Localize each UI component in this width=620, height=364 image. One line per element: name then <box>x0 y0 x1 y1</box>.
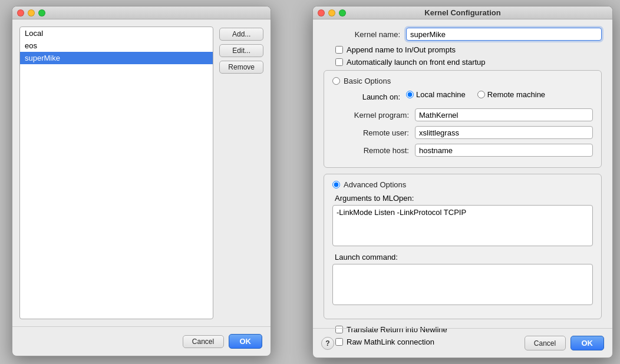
help-button[interactable]: ? <box>321 337 334 350</box>
local-machine-radio[interactable] <box>406 91 414 98</box>
args-textarea[interactable]: -LinkMode Listen -LinkProtocol TCPIP <box>332 205 593 246</box>
basic-options-header: Basic Options <box>332 77 593 85</box>
kernel-name-input[interactable] <box>406 28 602 41</box>
list-button-group: Add... Edit... Remove <box>219 27 263 319</box>
close-icon[interactable] <box>17 9 24 16</box>
add-button[interactable]: Add... <box>219 28 263 41</box>
local-machine-label: Local machine <box>416 90 466 99</box>
advanced-options-section: Advanced Options Arguments to MLOpen: -L… <box>324 174 602 319</box>
remote-host-label: Remote host: <box>332 146 409 155</box>
right-ok-button[interactable]: OK <box>570 336 605 350</box>
auto-launch-row: Automatically launch on front end startu… <box>324 58 602 67</box>
basic-options-section: Basic Options Launch on: Local machine R… <box>324 70 602 168</box>
append-name-row: Append name to In/Out prompts <box>324 45 602 54</box>
launch-cmd-section: Launch command: <box>332 253 593 307</box>
remote-user-label: Remote user: <box>332 128 409 137</box>
right-maximize-icon[interactable] <box>339 9 346 16</box>
dialog-title: Kernel Configuration <box>424 8 500 17</box>
list-item[interactable]: eos <box>20 39 213 52</box>
kernel-program-row: Kernel program: <box>332 108 593 121</box>
left-footer: Cancel OK <box>12 326 271 356</box>
right-body: Kernel name: Append name to In/Out promp… <box>313 19 612 358</box>
append-name-label: Append name to In/Out prompts <box>347 45 456 54</box>
edit-button[interactable]: Edit... <box>219 44 263 57</box>
advanced-options-radio[interactable] <box>332 181 340 188</box>
remove-button[interactable]: Remove <box>219 61 263 74</box>
right-footer: ? Cancel OK <box>313 328 612 358</box>
kernel-config-dialog: Kernel Configuration Kernel name: Append… <box>312 6 613 358</box>
minimize-icon[interactable] <box>28 9 35 16</box>
right-minimize-icon[interactable] <box>328 9 335 16</box>
right-close-icon[interactable] <box>318 9 325 16</box>
list-item-selected[interactable]: superMike <box>20 52 213 64</box>
kernel-program-input[interactable] <box>415 108 593 121</box>
footer-right-buttons: Cancel OK <box>525 336 605 350</box>
advanced-options-label: Advanced Options <box>344 180 406 189</box>
remote-machine-radio[interactable] <box>477 91 485 98</box>
right-cancel-button[interactable]: Cancel <box>525 336 566 350</box>
remote-host-input[interactable] <box>415 144 593 157</box>
append-name-checkbox[interactable] <box>335 46 343 54</box>
left-ok-button[interactable]: OK <box>229 334 263 349</box>
advanced-options-header: Advanced Options <box>332 180 593 189</box>
launch-on-label: Launch on: <box>332 92 400 101</box>
left-titlebar <box>12 6 271 19</box>
launch-cmd-textarea[interactable] <box>332 264 593 305</box>
left-cancel-button[interactable]: Cancel <box>183 335 224 348</box>
basic-options-radio[interactable] <box>332 77 340 85</box>
kernel-program-label: Kernel program: <box>332 111 409 120</box>
launch-on-options: Local machine Remote machine <box>406 90 545 99</box>
kernel-name-label: Kernel name: <box>324 30 400 39</box>
kernel-name-row: Kernel name: <box>324 28 602 41</box>
right-titlebar: Kernel Configuration <box>313 6 612 19</box>
list-item[interactable]: Local <box>20 27 213 39</box>
args-label: Arguments to MLOpen: <box>332 194 593 203</box>
remote-machine-option: Remote machine <box>477 90 545 99</box>
launch-on-row: Launch on: Local machine Remote machine <box>332 90 593 104</box>
kernel-list-dialog: Local eos superMike Add... Edit... Remov… <box>12 6 271 356</box>
remote-host-row: Remote host: <box>332 144 593 157</box>
auto-launch-label: Automatically launch on front end startu… <box>347 58 486 67</box>
kernel-list[interactable]: Local eos superMike <box>19 27 213 319</box>
remote-machine-label: Remote machine <box>487 90 545 99</box>
remote-user-input[interactable] <box>415 126 593 139</box>
maximize-icon[interactable] <box>38 9 45 16</box>
auto-launch-checkbox[interactable] <box>335 58 343 66</box>
basic-options-label: Basic Options <box>344 77 391 85</box>
local-machine-option: Local machine <box>406 90 466 99</box>
launch-cmd-label: Launch command: <box>332 253 593 262</box>
args-section: Arguments to MLOpen: -LinkMode Listen -L… <box>332 194 593 248</box>
kernel-list-content: Local eos superMike Add... Edit... Remov… <box>12 19 271 326</box>
remote-user-row: Remote user: <box>332 126 593 139</box>
